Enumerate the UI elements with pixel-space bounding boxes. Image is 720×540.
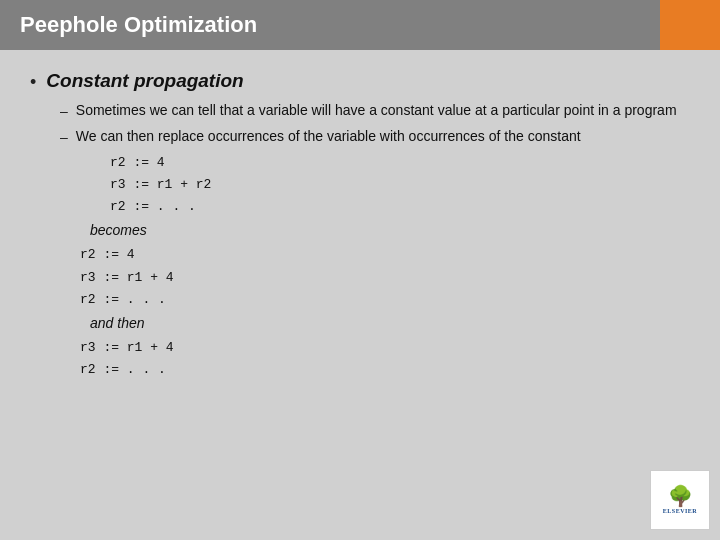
dash-1: – xyxy=(60,103,68,119)
content-area: • Constant propagation – Sometimes we ca… xyxy=(0,50,720,401)
and-then-label: and then xyxy=(90,315,690,331)
orange-accent xyxy=(660,0,720,50)
code-after-1: r3 := r1 + 4 xyxy=(80,337,690,359)
code-before-block: r2 := 4 r3 := r1 + r2 r2 := . . . xyxy=(110,152,690,218)
sub-bullets: – Sometimes we can tell that a variable … xyxy=(60,101,690,218)
bullet-dot: • xyxy=(30,72,36,93)
main-bullet: • Constant propagation xyxy=(30,70,690,93)
elsevier-name: ELSEVIER xyxy=(663,508,697,514)
becomes-label: becomes xyxy=(90,222,690,238)
code-line-1: r2 := 4 xyxy=(110,152,690,174)
elsevier-box: 🌳 ELSEVIER xyxy=(650,470,710,530)
bullet-main-text: Constant propagation xyxy=(46,70,243,92)
code-line-2: r3 := r1 + r2 xyxy=(110,174,690,196)
code-becomes-2: r3 := r1 + 4 xyxy=(80,267,690,289)
code-line-3: r2 := . . . xyxy=(110,196,690,218)
elsevier-tree-icon: 🌳 xyxy=(668,486,693,506)
slide-title: Peephole Optimization xyxy=(20,12,257,37)
sub-bullet-1: – Sometimes we can tell that a variable … xyxy=(60,101,690,121)
sub-bullet-text-2: We can then replace occurrences of the v… xyxy=(76,127,581,147)
dash-2: – xyxy=(60,129,68,145)
code-after-2: r2 := . . . xyxy=(80,359,690,381)
title-bar: Peephole Optimization xyxy=(0,0,720,50)
sub-bullet-text-1: Sometimes we can tell that a variable wi… xyxy=(76,101,677,121)
elsevier-logo: 🌳 ELSEVIER xyxy=(650,470,710,530)
code-becomes-3: r2 := . . . xyxy=(80,289,690,311)
sub-bullet-2: – We can then replace occurrences of the… xyxy=(60,127,690,147)
slide-container: Peephole Optimization • Constant propaga… xyxy=(0,0,720,540)
code-after-block: r3 := r1 + 4 r2 := . . . xyxy=(80,337,690,381)
code-becomes-1: r2 := 4 xyxy=(80,244,690,266)
code-becomes-block: r2 := 4 r3 := r1 + 4 r2 := . . . xyxy=(80,244,690,310)
